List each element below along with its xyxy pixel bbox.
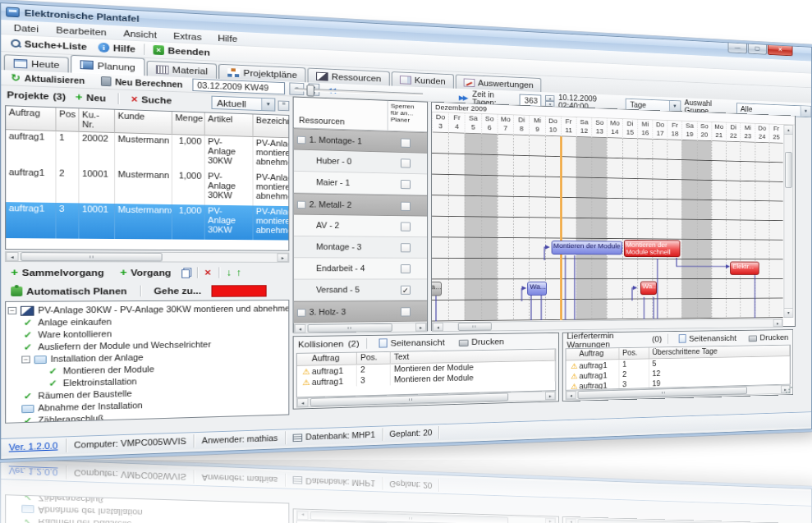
drucken-button[interactable]: Drucken: [745, 332, 793, 343]
menu-datei[interactable]: Datei: [5, 21, 48, 35]
group-checkbox[interactable]: [297, 201, 306, 209]
minimize-button[interactable]: —: [728, 43, 747, 53]
scroll-left-icon[interactable]: ◂: [433, 323, 443, 331]
project-row[interactable]: auftrag1310001Mustermannx1,000PV-Anlage …: [6, 202, 289, 241]
aktualisieren-button[interactable]: ↻ Aktualisieren: [5, 71, 90, 87]
resize-grip[interactable]: [785, 387, 791, 394]
scroll-left-icon[interactable]: ◂: [567, 391, 576, 399]
sperren-checkbox[interactable]: [401, 180, 411, 189]
menu-hilfe[interactable]: Hilfe: [209, 31, 245, 45]
move-down-icon[interactable]: ↓: [227, 267, 232, 278]
scroll-left-icon[interactable]: ◂: [297, 398, 309, 407]
filter-combobox[interactable]: Aktuell ▼: [212, 96, 276, 112]
close-button[interactable]: ✕: [768, 45, 793, 56]
drucken-button[interactable]: Drucken: [454, 335, 509, 347]
seitenansicht-button[interactable]: Seitenansicht: [374, 336, 450, 349]
zoom-slider[interactable]: [295, 88, 423, 96]
scroll-fast-right-button[interactable]: ▶▶: [457, 94, 469, 102]
vorgang-button[interactable]: + Vorgang: [114, 266, 177, 279]
sperren-checkbox[interactable]: [401, 202, 411, 211]
resource-row[interactable]: 3. Holz- 3: [294, 300, 427, 323]
column-header[interactable]: Auftrag: [6, 106, 56, 131]
plus-icon: +: [76, 92, 83, 102]
column-header[interactable]: Kunde: [115, 110, 172, 135]
scrollbar-thumb[interactable]: [458, 323, 492, 331]
scrollbar-thumb[interactable]: [308, 323, 392, 333]
group-checkbox[interactable]: [297, 136, 306, 145]
resource-row[interactable]: Huber - 0: [294, 149, 427, 174]
copy-icon[interactable]: [181, 269, 190, 278]
column-header[interactable]: Pos.: [619, 347, 649, 359]
column-header[interactable]: Menge: [172, 112, 205, 135]
scroll-up-icon[interactable]: ▴: [784, 126, 792, 135]
move-up-icon[interactable]: ↑: [236, 267, 241, 278]
database-icon: [292, 434, 302, 442]
chevron-down-icon[interactable]: ▼: [801, 106, 811, 117]
scroll-down-icon[interactable]: ▾: [784, 308, 792, 317]
resource-row[interactable]: Versand - 5✓: [294, 279, 427, 301]
resource-row[interactable]: Endarbeit - 4: [294, 258, 427, 279]
scroll-right-icon[interactable]: ▸: [545, 392, 555, 400]
seitenansicht-button[interactable]: Seitenansicht: [674, 333, 741, 345]
sperren-checkbox[interactable]: [401, 264, 411, 273]
gantt-bar[interactable]: Elektr...: [730, 262, 759, 275]
column-header[interactable]: Auftrag: [567, 348, 620, 360]
sperren-checkbox[interactable]: [401, 158, 411, 167]
column-header[interactable]: Pos.: [357, 352, 391, 365]
scrollbar-thumb[interactable]: [785, 152, 791, 188]
chevron-down-icon[interactable]: ▼: [669, 100, 680, 111]
page-preview-icon: [679, 334, 686, 342]
sperren-checkbox[interactable]: ✓: [401, 286, 411, 295]
delete-icon[interactable]: ×: [204, 268, 211, 278]
menu-bearbeiten[interactable]: Bearbeiten: [48, 22, 115, 39]
menu-extras[interactable]: Extras: [165, 29, 209, 44]
menu-ansicht[interactable]: Ansicht: [115, 26, 165, 42]
gantt-vscrollbar[interactable]: ▴ ▾: [783, 125, 793, 318]
sperren-checkbox[interactable]: [401, 243, 411, 252]
scroll-right-icon[interactable]: ▸: [773, 319, 782, 327]
scroll-left-icon[interactable]: ◂: [295, 324, 306, 333]
column-header[interactable]: Ku.-Nr.: [79, 108, 115, 133]
resource-row[interactable]: 2. Metall- 2: [294, 193, 427, 216]
scrollbar-thumb[interactable]: [21, 252, 163, 261]
gantt-bar[interactable]: Wa...: [527, 282, 546, 296]
sperren-checkbox[interactable]: [401, 138, 411, 147]
expander-icon[interactable]: −: [21, 356, 30, 363]
column-header[interactable]: Pos: [57, 108, 80, 131]
sperren-checkbox[interactable]: [401, 223, 411, 232]
neu-button[interactable]: + Neu: [70, 90, 112, 105]
suche-button[interactable]: × Suche: [126, 93, 177, 108]
gantt-bar[interactable]: Wa...: [640, 282, 657, 296]
scroll-right-icon[interactable]: ▸: [415, 323, 426, 331]
sperren-checkbox[interactable]: [401, 307, 411, 316]
gantt-bar[interactable]: Montieren der Module schnell: [624, 240, 681, 257]
neu-berechnen-button[interactable]: Neu Berechnen: [95, 75, 188, 91]
zoom-slider-thumb[interactable]: [306, 85, 314, 96]
beenden-button[interactable]: × Beenden: [148, 44, 216, 59]
column-header[interactable]: Artikel: [205, 112, 254, 137]
scroll-left-icon[interactable]: ◂: [6, 252, 18, 261]
expander-icon[interactable]: −: [8, 307, 17, 314]
options-button[interactable]: ≡: [278, 101, 290, 112]
column-header[interactable]: Auftrag: [297, 353, 357, 365]
project-row[interactable]: auftrag1210001Mustermann1,000PV-Anlage 3…: [6, 166, 289, 207]
group-checkbox[interactable]: [297, 309, 306, 316]
gehe-zu-button[interactable]: Gehe zu...: [149, 284, 207, 297]
resource-row[interactable]: Maier - 1: [294, 172, 427, 195]
scroll-right-icon[interactable]: ▸: [277, 253, 288, 261]
column-header[interactable]: Bezeichnung: [254, 114, 290, 139]
sammelvorgang-button[interactable]: + Sammelvorgang: [5, 266, 110, 279]
resources-hscrollbar[interactable]: ◂ ▸: [294, 322, 427, 333]
gantt-bar[interactable]: Montieren der Module: [551, 241, 622, 255]
projects-hscrollbar[interactable]: ◂ ▸: [5, 251, 289, 263]
hilfe-button[interactable]: i Hilfe: [93, 40, 141, 55]
version-link[interactable]: Ver. 1.2.0.0: [9, 442, 58, 452]
maximize-button[interactable]: ▢: [748, 44, 767, 55]
gantt-bar[interactable]: a...: [432, 282, 442, 296]
suche-liste-button[interactable]: Suche+Liste: [5, 36, 93, 53]
date-input[interactable]: 03.12.2009 KW49: [193, 79, 286, 95]
resource-row[interactable]: Montage - 3: [294, 236, 427, 259]
chevron-down-icon[interactable]: ▼: [261, 99, 274, 111]
resource-row[interactable]: AV - 2: [294, 215, 427, 238]
automatisch-planen-button[interactable]: Automatisch Planen: [5, 285, 132, 298]
